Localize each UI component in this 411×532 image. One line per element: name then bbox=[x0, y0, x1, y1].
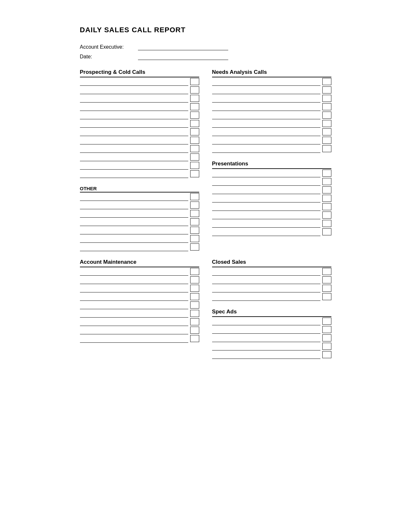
row-box[interactable] bbox=[190, 145, 199, 152]
row-line[interactable] bbox=[212, 284, 320, 292]
row-box[interactable] bbox=[190, 268, 199, 275]
row-box[interactable] bbox=[190, 310, 199, 317]
row-line[interactable] bbox=[80, 111, 188, 119]
row-box[interactable] bbox=[190, 120, 199, 127]
row-box[interactable] bbox=[190, 162, 199, 169]
row-line[interactable] bbox=[212, 186, 320, 194]
row-line[interactable] bbox=[212, 219, 320, 228]
row-line[interactable] bbox=[80, 301, 188, 309]
row-line[interactable] bbox=[80, 77, 188, 86]
row-box[interactable] bbox=[190, 227, 199, 234]
row-line[interactable] bbox=[212, 144, 320, 153]
row-line[interactable] bbox=[80, 192, 188, 201]
row-line[interactable] bbox=[80, 218, 188, 226]
row-line[interactable] bbox=[80, 226, 188, 234]
row-line[interactable] bbox=[80, 292, 188, 301]
row-box[interactable] bbox=[190, 293, 199, 300]
row-line[interactable] bbox=[212, 325, 320, 334]
row-box[interactable] bbox=[322, 95, 331, 102]
row-box[interactable] bbox=[190, 210, 199, 217]
row-box[interactable] bbox=[322, 326, 331, 333]
row-box[interactable] bbox=[322, 293, 331, 300]
row-box[interactable] bbox=[190, 202, 199, 209]
row-box[interactable] bbox=[190, 301, 199, 309]
row-line[interactable] bbox=[80, 276, 188, 284]
row-line[interactable] bbox=[212, 119, 320, 128]
row-box[interactable] bbox=[322, 212, 331, 219]
row-box[interactable] bbox=[322, 78, 331, 85]
row-box[interactable] bbox=[322, 351, 331, 358]
row-box[interactable] bbox=[190, 86, 199, 94]
row-box[interactable] bbox=[190, 153, 199, 161]
row-box[interactable] bbox=[322, 112, 331, 119]
row-box[interactable] bbox=[190, 235, 199, 242]
row-line[interactable] bbox=[80, 201, 188, 209]
row-box[interactable] bbox=[190, 78, 199, 85]
row-line[interactable] bbox=[212, 228, 320, 236]
row-line[interactable] bbox=[80, 128, 188, 136]
row-box[interactable] bbox=[322, 103, 331, 110]
row-line[interactable] bbox=[80, 144, 188, 153]
row-box[interactable] bbox=[190, 327, 199, 334]
row-box[interactable] bbox=[322, 128, 331, 135]
row-box[interactable] bbox=[322, 137, 331, 144]
row-box[interactable] bbox=[190, 335, 199, 342]
row-line[interactable] bbox=[212, 111, 320, 119]
row-line[interactable] bbox=[212, 350, 320, 359]
row-line[interactable] bbox=[212, 194, 320, 202]
row-line[interactable] bbox=[212, 136, 320, 144]
row-box[interactable] bbox=[190, 95, 199, 102]
row-box[interactable] bbox=[190, 318, 199, 325]
row-line[interactable] bbox=[80, 209, 188, 218]
row-box[interactable] bbox=[322, 195, 331, 202]
row-line[interactable] bbox=[80, 334, 188, 343]
row-line[interactable] bbox=[212, 128, 320, 136]
account-executive-input[interactable] bbox=[138, 44, 228, 50]
row-box[interactable] bbox=[190, 276, 199, 283]
row-box[interactable] bbox=[322, 220, 331, 227]
row-box[interactable] bbox=[190, 193, 199, 200]
row-line[interactable] bbox=[212, 267, 320, 276]
row-line[interactable] bbox=[212, 276, 320, 284]
row-box[interactable] bbox=[190, 112, 199, 119]
row-line[interactable] bbox=[80, 86, 188, 94]
row-box[interactable] bbox=[322, 203, 331, 210]
row-line[interactable] bbox=[80, 284, 188, 292]
row-line[interactable] bbox=[212, 317, 320, 325]
row-box[interactable] bbox=[322, 285, 331, 292]
row-box[interactable] bbox=[322, 86, 331, 94]
row-line[interactable] bbox=[80, 94, 188, 103]
row-box[interactable] bbox=[190, 218, 199, 225]
row-box[interactable] bbox=[190, 170, 199, 177]
row-line[interactable] bbox=[80, 318, 188, 326]
row-box[interactable] bbox=[190, 285, 199, 292]
row-box[interactable] bbox=[322, 120, 331, 127]
row-line[interactable] bbox=[80, 136, 188, 144]
row-line[interactable] bbox=[80, 170, 188, 178]
row-line[interactable] bbox=[212, 211, 320, 219]
row-box[interactable] bbox=[190, 128, 199, 135]
row-box[interactable] bbox=[190, 243, 199, 251]
row-line[interactable] bbox=[212, 94, 320, 103]
row-line[interactable] bbox=[212, 86, 320, 94]
row-line[interactable] bbox=[212, 103, 320, 111]
row-line[interactable] bbox=[80, 103, 188, 111]
row-box[interactable] bbox=[190, 103, 199, 110]
row-line[interactable] bbox=[212, 342, 320, 350]
row-box[interactable] bbox=[322, 145, 331, 152]
row-line[interactable] bbox=[212, 202, 320, 211]
row-box[interactable] bbox=[322, 268, 331, 275]
row-box[interactable] bbox=[322, 334, 331, 341]
row-box[interactable] bbox=[322, 170, 331, 177]
row-box[interactable] bbox=[322, 343, 331, 350]
row-box[interactable] bbox=[322, 318, 331, 325]
row-line[interactable] bbox=[80, 234, 188, 243]
row-box[interactable] bbox=[322, 178, 331, 185]
row-line[interactable] bbox=[80, 119, 188, 128]
row-box[interactable] bbox=[322, 228, 331, 235]
row-line[interactable] bbox=[212, 169, 320, 177]
row-line[interactable] bbox=[80, 153, 188, 161]
row-line[interactable] bbox=[80, 243, 188, 251]
row-box[interactable] bbox=[322, 276, 331, 283]
row-line[interactable] bbox=[212, 292, 320, 301]
